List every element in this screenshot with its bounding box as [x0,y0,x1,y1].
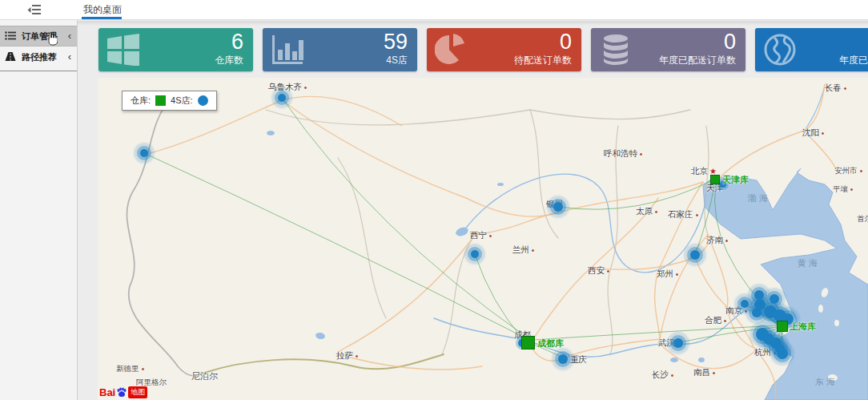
baidu-map[interactable]: 仓库: 4S店: 乌鲁木齐呼和浩特北京★天津银川太原石家庄济南西宁兰州西安郑州合… [98,78,868,400]
warehouse-marker[interactable] [710,175,720,184]
map-city-label: 新德里 [116,364,145,374]
map-city-label: 西宁 [470,230,492,241]
city-name: 北京 [691,166,708,177]
map-city-label: 兰州 [512,244,535,256]
city-dot-icon [675,273,679,277]
store-marker[interactable] [673,338,683,348]
topbar-shadow [78,21,868,26]
map-city-label: 石家庄 [668,209,699,220]
city-dot-icon [744,309,748,313]
card-value: 0 [560,30,572,54]
map-decoration [266,110,690,125]
map-decoration [442,236,474,354]
map-city-label: 重庆 [570,354,587,366]
warehouse-marker[interactable] [521,336,535,349]
card-year-clipped: 年度已配 [755,28,868,71]
legend-store-label: 4S店: [171,95,193,107]
store-marker[interactable] [471,250,479,258]
bar-chart-icon [271,34,304,66]
city-name: 乌鲁木齐 [268,82,302,93]
map-legend: 仓库: 4S店: [122,91,217,111]
legend-warehouse-swatch [155,95,166,106]
city-name: 兰州 [512,244,529,256]
city-dot-icon [606,269,610,273]
map-city-label: 西安 [588,265,610,277]
city-dot-icon [639,152,643,156]
mouse-hand-cursor [46,32,58,49]
map-city-label: 安州市 [834,166,863,176]
map-decoration [267,131,275,135]
top-bar: 我的桌面 [0,0,868,20]
card-year-delivered-orders: 0 年度已配送订单数 [591,28,745,71]
map-city-label: 渤海 [748,192,770,204]
map-city-label: 东海 [815,376,838,388]
city-name: 西宁 [470,230,487,241]
chevron-left-icon: ‹ [68,53,71,61]
sidebar-divider [0,71,77,71]
map-road [282,100,558,216]
store-marker[interactable] [690,250,700,260]
city-name: 济南 [706,235,723,246]
map-city-label: 沈阳 [802,127,825,139]
order-list-icon [5,31,16,42]
map-city-label: 武汉 [658,337,675,349]
map-city-label: 呼和浩特 [604,148,643,160]
warehouse-marker[interactable] [777,321,788,332]
map-decoration [818,305,823,313]
store-marker[interactable] [140,149,148,157]
city-name: 东海 [815,376,838,388]
city-name: 重庆 [570,354,587,366]
city-dot-icon [821,131,825,135]
city-name: 杭州 [754,347,771,358]
chevron-left-icon: ‹ [68,32,71,40]
city-dot-icon [654,210,658,214]
city-name: 呼和浩特 [604,148,637,160]
store-marker[interactable] [752,308,762,317]
capital-star-icon: ★ [709,168,717,175]
map-decoration [195,354,444,376]
map-city-label: 长春 [825,83,847,94]
map-decoration [315,332,325,340]
tab-active-underline [82,17,122,19]
globe-icon [763,34,797,66]
card-label: 4S店 [386,54,408,67]
map-city-label: 尼泊尔 [191,370,218,382]
map-city-label: 平壤 [833,184,854,195]
map-sea [703,168,868,400]
route-line [282,98,526,337]
card-value: 0 [724,30,736,54]
city-name: 平壤 [833,184,848,195]
card-pending-orders: 0 待配送订单数 [427,28,581,71]
city-name: 长春 [825,83,842,94]
sidebar-item-route-recommend[interactable]: 路径推荐 ‹ [0,46,77,67]
route-line [475,254,524,340]
map-city-label: 长沙 [652,370,674,381]
city-name: 黄海 [798,257,820,269]
store-marker[interactable] [278,94,286,102]
route-line [532,325,778,340]
store-marker[interactable] [741,300,749,308]
city-name: 武汉 [658,337,675,349]
city-dot-icon [850,188,854,192]
city-name: 石家庄 [668,209,693,220]
store-marker[interactable] [553,202,563,212]
sidebar-item-order-management[interactable]: 订单管理 ‹ [0,26,77,46]
map-decoration [775,361,780,364]
store-marker[interactable] [770,294,779,304]
baidu-logo[interactable]: Bai 地图 [99,386,147,398]
sidebar-toggle-icon[interactable] [27,4,43,16]
map-city-label: 黄海 [798,257,820,269]
card-label: 待配送订单数 [514,54,572,67]
map-decoration [698,358,705,362]
legend-warehouse-label: 仓库: [131,95,151,107]
store-marker[interactable] [777,348,788,359]
map-city-label: 拉萨 [336,350,359,362]
city-name: 新德里 [116,364,139,374]
map-city-label: 杭州 [754,347,777,358]
city-dot-icon [531,248,535,253]
store-marker[interactable] [558,354,568,364]
city-dot-icon [355,354,359,358]
tab-my-desktop[interactable]: 我的桌面 [83,3,122,17]
map-road [474,182,703,235]
card-label: 年度已配 [839,54,868,67]
